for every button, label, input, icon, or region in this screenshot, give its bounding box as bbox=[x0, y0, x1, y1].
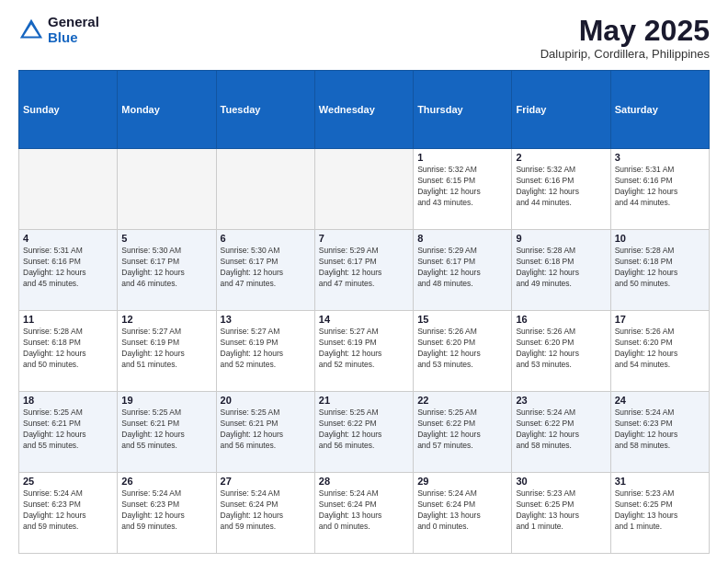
calendar-table: SundayMondayTuesdayWednesdayThursdayFrid… bbox=[18, 70, 710, 554]
calendar-cell: 24Sunrise: 5:24 AM Sunset: 6:23 PM Dayli… bbox=[610, 392, 709, 473]
day-info: Sunrise: 5:24 AM Sunset: 6:24 PM Dayligh… bbox=[221, 488, 311, 533]
day-number: 5 bbox=[121, 233, 211, 244]
day-info: Sunrise: 5:25 AM Sunset: 6:22 PM Dayligh… bbox=[417, 408, 507, 452]
day-number: 23 bbox=[516, 395, 606, 406]
calendar-week-5: 25Sunrise: 5:24 AM Sunset: 6:23 PM Dayli… bbox=[19, 473, 710, 554]
calendar-cell: 3Sunrise: 5:31 AM Sunset: 6:16 PM Daylig… bbox=[610, 149, 709, 230]
day-info: Sunrise: 5:30 AM Sunset: 6:17 PM Dayligh… bbox=[221, 246, 311, 290]
day-info: Sunrise: 5:27 AM Sunset: 6:19 PM Dayligh… bbox=[221, 327, 311, 371]
day-info: Sunrise: 5:27 AM Sunset: 6:19 PM Dayligh… bbox=[319, 327, 409, 371]
calendar-cell: 30Sunrise: 5:23 AM Sunset: 6:25 PM Dayli… bbox=[512, 473, 610, 554]
day-number: 27 bbox=[221, 476, 311, 487]
day-header-thursday: Thursday bbox=[414, 71, 512, 149]
calendar-header-row: SundayMondayTuesdayWednesdayThursdayFrid… bbox=[19, 71, 710, 149]
day-number: 20 bbox=[221, 395, 311, 406]
calendar-cell: 6Sunrise: 5:30 AM Sunset: 6:17 PM Daylig… bbox=[216, 230, 314, 311]
calendar-cell: 21Sunrise: 5:25 AM Sunset: 6:22 PM Dayli… bbox=[314, 392, 413, 473]
calendar-cell: 9Sunrise: 5:28 AM Sunset: 6:18 PM Daylig… bbox=[512, 230, 610, 311]
calendar-cell: 15Sunrise: 5:26 AM Sunset: 6:20 PM Dayli… bbox=[414, 311, 512, 392]
calendar-cell bbox=[118, 149, 216, 230]
day-info: Sunrise: 5:25 AM Sunset: 6:22 PM Dayligh… bbox=[319, 408, 409, 452]
day-info: Sunrise: 5:25 AM Sunset: 6:21 PM Dayligh… bbox=[23, 408, 113, 452]
calendar-cell: 25Sunrise: 5:24 AM Sunset: 6:23 PM Dayli… bbox=[19, 473, 118, 554]
day-number: 4 bbox=[23, 233, 113, 244]
day-number: 2 bbox=[516, 152, 606, 163]
calendar-cell: 5Sunrise: 5:30 AM Sunset: 6:17 PM Daylig… bbox=[118, 230, 216, 311]
title-block: May 2025 Dalupirip, Cordillera, Philippi… bbox=[540, 15, 710, 61]
calendar-cell: 23Sunrise: 5:24 AM Sunset: 6:22 PM Dayli… bbox=[512, 392, 610, 473]
logo-general-text: General bbox=[48, 15, 99, 30]
day-number: 3 bbox=[615, 152, 705, 163]
calendar-week-4: 18Sunrise: 5:25 AM Sunset: 6:21 PM Dayli… bbox=[19, 392, 710, 473]
day-info: Sunrise: 5:29 AM Sunset: 6:17 PM Dayligh… bbox=[417, 246, 507, 290]
day-info: Sunrise: 5:24 AM Sunset: 6:23 PM Dayligh… bbox=[23, 488, 113, 533]
day-info: Sunrise: 5:32 AM Sunset: 6:16 PM Dayligh… bbox=[516, 165, 606, 209]
day-header-monday: Monday bbox=[118, 71, 216, 149]
day-number: 14 bbox=[319, 314, 409, 325]
calendar-cell: 1Sunrise: 5:32 AM Sunset: 6:15 PM Daylig… bbox=[414, 149, 512, 230]
calendar-cell: 14Sunrise: 5:27 AM Sunset: 6:19 PM Dayli… bbox=[314, 311, 413, 392]
day-number: 22 bbox=[417, 395, 507, 406]
month-title: May 2025 bbox=[540, 15, 710, 47]
day-number: 7 bbox=[319, 233, 409, 244]
day-number: 9 bbox=[516, 233, 606, 244]
calendar-cell bbox=[19, 149, 118, 230]
day-number: 19 bbox=[121, 395, 211, 406]
calendar-cell: 28Sunrise: 5:24 AM Sunset: 6:24 PM Dayli… bbox=[314, 473, 413, 554]
day-number: 31 bbox=[615, 476, 705, 487]
day-number: 16 bbox=[516, 314, 606, 325]
calendar-cell: 4Sunrise: 5:31 AM Sunset: 6:16 PM Daylig… bbox=[19, 230, 118, 311]
calendar-cell: 19Sunrise: 5:25 AM Sunset: 6:21 PM Dayli… bbox=[118, 392, 216, 473]
day-number: 30 bbox=[516, 476, 606, 487]
day-info: Sunrise: 5:23 AM Sunset: 6:25 PM Dayligh… bbox=[516, 488, 606, 533]
calendar-cell: 29Sunrise: 5:24 AM Sunset: 6:24 PM Dayli… bbox=[414, 473, 512, 554]
page: General Blue May 2025 Dalupirip, Cordill… bbox=[0, 0, 728, 563]
day-info: Sunrise: 5:32 AM Sunset: 6:15 PM Dayligh… bbox=[417, 165, 507, 209]
day-number: 12 bbox=[121, 314, 211, 325]
day-number: 6 bbox=[221, 233, 311, 244]
day-header-wednesday: Wednesday bbox=[314, 71, 413, 149]
calendar-week-1: 1Sunrise: 5:32 AM Sunset: 6:15 PM Daylig… bbox=[19, 149, 710, 230]
day-number: 17 bbox=[615, 314, 705, 325]
logo: General Blue bbox=[18, 15, 99, 45]
day-info: Sunrise: 5:26 AM Sunset: 6:20 PM Dayligh… bbox=[516, 327, 606, 371]
calendar-cell: 7Sunrise: 5:29 AM Sunset: 6:17 PM Daylig… bbox=[314, 230, 413, 311]
day-number: 10 bbox=[615, 233, 705, 244]
day-info: Sunrise: 5:31 AM Sunset: 6:16 PM Dayligh… bbox=[23, 246, 113, 290]
calendar-cell: 13Sunrise: 5:27 AM Sunset: 6:19 PM Dayli… bbox=[216, 311, 314, 392]
day-number: 28 bbox=[319, 476, 409, 487]
day-number: 1 bbox=[417, 152, 507, 163]
day-info: Sunrise: 5:28 AM Sunset: 6:18 PM Dayligh… bbox=[615, 246, 705, 290]
day-info: Sunrise: 5:24 AM Sunset: 6:23 PM Dayligh… bbox=[121, 488, 211, 533]
calendar-cell: 20Sunrise: 5:25 AM Sunset: 6:21 PM Dayli… bbox=[216, 392, 314, 473]
day-info: Sunrise: 5:31 AM Sunset: 6:16 PM Dayligh… bbox=[615, 165, 705, 209]
day-number: 29 bbox=[417, 476, 507, 487]
calendar-cell: 12Sunrise: 5:27 AM Sunset: 6:19 PM Dayli… bbox=[118, 311, 216, 392]
calendar-cell: 22Sunrise: 5:25 AM Sunset: 6:22 PM Dayli… bbox=[414, 392, 512, 473]
location: Dalupirip, Cordillera, Philippines bbox=[540, 47, 710, 61]
calendar-cell bbox=[314, 149, 413, 230]
day-info: Sunrise: 5:25 AM Sunset: 6:21 PM Dayligh… bbox=[121, 408, 211, 452]
day-header-friday: Friday bbox=[512, 71, 610, 149]
calendar-cell: 26Sunrise: 5:24 AM Sunset: 6:23 PM Dayli… bbox=[118, 473, 216, 554]
day-header-saturday: Saturday bbox=[610, 71, 709, 149]
day-info: Sunrise: 5:23 AM Sunset: 6:25 PM Dayligh… bbox=[615, 488, 705, 533]
day-number: 24 bbox=[615, 395, 705, 406]
day-info: Sunrise: 5:26 AM Sunset: 6:20 PM Dayligh… bbox=[417, 327, 507, 371]
day-number: 13 bbox=[221, 314, 311, 325]
day-info: Sunrise: 5:26 AM Sunset: 6:20 PM Dayligh… bbox=[615, 327, 705, 371]
logo-blue-text: Blue bbox=[48, 30, 99, 46]
day-info: Sunrise: 5:24 AM Sunset: 6:24 PM Dayligh… bbox=[417, 488, 507, 533]
day-number: 15 bbox=[417, 314, 507, 325]
calendar-cell: 31Sunrise: 5:23 AM Sunset: 6:25 PM Dayli… bbox=[610, 473, 709, 554]
day-number: 18 bbox=[23, 395, 113, 406]
calendar-week-2: 4Sunrise: 5:31 AM Sunset: 6:16 PM Daylig… bbox=[19, 230, 710, 311]
calendar-cell: 2Sunrise: 5:32 AM Sunset: 6:16 PM Daylig… bbox=[512, 149, 610, 230]
calendar-cell: 10Sunrise: 5:28 AM Sunset: 6:18 PM Dayli… bbox=[610, 230, 709, 311]
day-info: Sunrise: 5:30 AM Sunset: 6:17 PM Dayligh… bbox=[121, 246, 211, 290]
calendar-cell: 16Sunrise: 5:26 AM Sunset: 6:20 PM Dayli… bbox=[512, 311, 610, 392]
day-info: Sunrise: 5:25 AM Sunset: 6:21 PM Dayligh… bbox=[221, 408, 311, 452]
calendar-cell: 27Sunrise: 5:24 AM Sunset: 6:24 PM Dayli… bbox=[216, 473, 314, 554]
day-number: 21 bbox=[319, 395, 409, 406]
calendar-cell: 17Sunrise: 5:26 AM Sunset: 6:20 PM Dayli… bbox=[610, 311, 709, 392]
